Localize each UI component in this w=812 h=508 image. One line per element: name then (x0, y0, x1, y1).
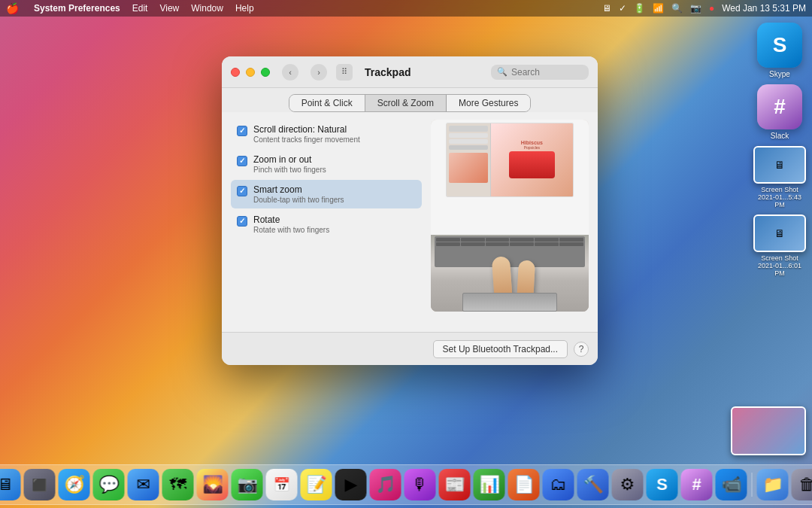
screenshot-2-thumb[interactable]: 🖥 (753, 214, 806, 252)
pref-zoom-in-out-text: Zoom in or out Pinch with two fingers (253, 154, 416, 174)
pref-rotate-title: Rotate (253, 214, 416, 225)
pref-zoom-in-out-title: Zoom in or out (253, 154, 416, 165)
sidebar-slack[interactable]: # Slack (757, 84, 802, 140)
skype-label: Skype (769, 70, 790, 78)
pref-scroll-direction-title: Scroll direction: Natural (253, 124, 416, 135)
back-button[interactable]: ‹ (282, 64, 298, 81)
window-menu[interactable]: Window (191, 3, 223, 14)
pref-rotate-subtitle: Rotate with two fingers (253, 226, 416, 234)
dock-mail[interactable]: ✉ (128, 469, 159, 500)
search-input[interactable] (511, 67, 583, 78)
pref-rotate[interactable]: Rotate Rotate with two fingers (231, 210, 422, 239)
pref-scroll-direction[interactable]: Scroll direction: Natural Content tracks… (231, 120, 422, 148)
dock-sysref[interactable]: ⚙ (612, 469, 644, 500)
dock-finder[interactable]: 🖥 (0, 469, 21, 500)
bottom-thumbnail-preview (732, 408, 804, 454)
dock-facetime[interactable]: 📷 (232, 469, 263, 500)
screenshot-2[interactable]: 🖥 Screen Shot2021-01...6:01 PM (753, 214, 806, 277)
checkbox-scroll-direction[interactable] (237, 126, 247, 136)
menubar-wifi-icon: 📶 (653, 3, 664, 14)
pref-smart-zoom-text: Smart zoom Double-tap with two fingers (253, 184, 416, 204)
close-button[interactable] (231, 68, 240, 77)
sidebar-skype[interactable]: S Skype (757, 23, 802, 78)
checkbox-zoom-in-out[interactable] (237, 156, 247, 166)
dock: 🖥 ⬛ 🧭 💬 ✉ 🗺 🌄 📷 📅 📝 ▶ 🎵 🎙 📰 📊 📄 🗂 🔨 ⚙ S … (0, 464, 812, 505)
menubar-monitor-icon: 🖥 (602, 3, 611, 14)
pref-smart-zoom-subtitle: Double-tap with two fingers (253, 196, 416, 204)
dock-zoom[interactable]: 📹 (716, 469, 747, 500)
forward-button[interactable]: › (311, 64, 327, 81)
grid-button[interactable]: ⠿ (336, 64, 353, 81)
app-name-menu[interactable]: System Preferences (34, 3, 120, 14)
dock-messages[interactable]: 💬 (93, 469, 125, 500)
pref-rotate-text: Rotate Rotate with two fingers (253, 214, 416, 234)
trackpad-window: ‹ › ⠿ Trackpad 🔍 Point & Click Scroll & … (222, 56, 598, 365)
menubar-camera-icon: 📷 (690, 3, 701, 14)
main-content: Scroll direction: Natural Content tracks… (222, 112, 598, 319)
bluetooth-trackpad-button[interactable]: Set Up Bluetooth Trackpad... (433, 340, 568, 358)
tab-scroll-zoom[interactable]: Scroll & Zoom (365, 95, 447, 111)
dock-pages[interactable]: 📄 (508, 469, 540, 500)
dock-tv[interactable]: ▶ (335, 469, 367, 500)
screenshot-1-label: Screen Shot2021-01...5:43 PM (753, 186, 806, 208)
dock-xcode[interactable]: 🔨 (577, 469, 609, 500)
checkbox-smart-zoom[interactable] (237, 186, 247, 196)
sidebar-right: S Skype # Slack 🖥 Screen Shot2021-01...5… (753, 23, 806, 277)
dock-news[interactable]: 📰 (439, 469, 471, 500)
window-bottom-bar: Set Up Bluetooth Trackpad... ? (222, 332, 598, 365)
slack-label: Slack (771, 132, 789, 140)
tab-point-click[interactable]: Point & Click (289, 95, 365, 111)
pref-smart-zoom-title: Smart zoom (253, 184, 416, 195)
trackpad-image: Hibiscus Popsicles (431, 120, 589, 312)
help-button[interactable]: ? (574, 342, 589, 357)
dock-notes[interactable]: 📝 (301, 469, 332, 500)
tab-more-gestures[interactable]: More Gestures (447, 95, 530, 111)
dock-podcasts[interactable]: 🎙 (404, 469, 436, 500)
view-menu[interactable]: View (159, 3, 179, 14)
preview-screenshot: Hibiscus Popsicles (431, 120, 589, 245)
window-title: Trackpad (365, 66, 411, 78)
menubar-datetime: Wed Jan 13 5:31 PM (722, 3, 806, 14)
minimize-button[interactable] (246, 68, 255, 77)
search-icon: 🔍 (497, 67, 508, 77)
menubar-record-icon: ● (709, 3, 714, 14)
dock-music[interactable]: 🎵 (370, 469, 401, 500)
apple-menu[interactable]: 🍎 (6, 2, 19, 14)
checkbox-rotate[interactable] (237, 216, 247, 227)
help-menu[interactable]: Help (235, 3, 254, 14)
screenshot-2-label: Screen Shot2021-01...6:01 PM (753, 254, 806, 277)
pref-scroll-direction-subtitle: Content tracks finger movement (253, 135, 416, 144)
dock-trash[interactable]: 🗑 (792, 469, 813, 500)
tab-group: Point & Click Scroll & Zoom More Gesture… (289, 94, 532, 112)
dock-slack2[interactable]: # (681, 469, 713, 500)
skype-app-icon[interactable]: S (757, 23, 802, 68)
screenshot-1[interactable]: 🖥 Screen Shot2021-01...5:43 PM (753, 146, 806, 208)
dock-safari[interactable]: 🧭 (59, 469, 90, 500)
dock-photos[interactable]: 🌄 (197, 469, 229, 500)
dock-maps[interactable]: 🗺 (162, 469, 194, 500)
slack-app-icon[interactable]: # (757, 84, 802, 129)
screenshot-1-thumb[interactable]: 🖥 (753, 146, 806, 184)
dock-files[interactable]: 📁 (757, 469, 789, 500)
preferences-list: Scroll direction: Natural Content tracks… (231, 120, 422, 312)
trackpad-preview: Hibiscus Popsicles (431, 120, 589, 312)
bottom-thumbnail (731, 406, 806, 455)
dock-launchpad[interactable]: ⬛ (24, 469, 56, 500)
maximize-button[interactable] (261, 68, 270, 77)
menubar-check-icon: ✓ (619, 3, 626, 14)
search-box[interactable]: 🔍 (491, 65, 589, 80)
window-titlebar: ‹ › ⠿ Trackpad 🔍 (222, 56, 598, 88)
tab-bar: Point & Click Scroll & Zoom More Gesture… (222, 88, 598, 112)
pref-smart-zoom[interactable]: Smart zoom Double-tap with two fingers (231, 180, 422, 208)
preview-inner: Hibiscus Popsicles (446, 123, 574, 197)
dock-calendar[interactable]: 📅 (266, 469, 298, 500)
menubar-search-icon[interactable]: 🔍 (671, 3, 683, 14)
edit-menu[interactable]: Edit (132, 3, 148, 14)
dock-skype2[interactable]: S (647, 469, 678, 500)
dock-numbers[interactable]: 📊 (474, 469, 505, 500)
pref-zoom-in-out-subtitle: Pinch with two fingers (253, 166, 416, 174)
pref-zoom-in-out[interactable]: Zoom in or out Pinch with two fingers (231, 150, 422, 178)
dock-separator (752, 473, 753, 497)
menubar-battery-icon: 🔋 (634, 3, 645, 14)
dock-keynote[interactable]: 🗂 (543, 469, 574, 500)
